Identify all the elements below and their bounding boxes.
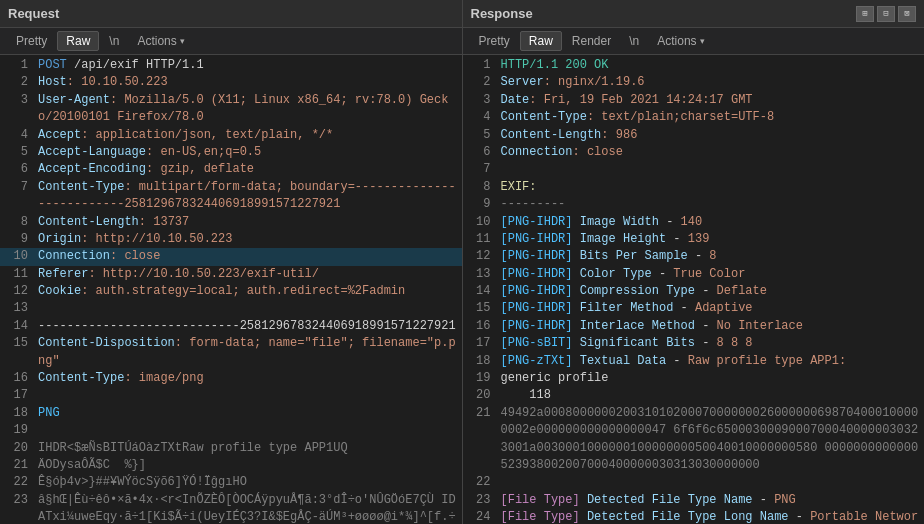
line-content: Content-Disposition: form-data; name="fi… [38,335,458,370]
line-content [501,474,921,491]
table-row: 17[PNG-sBIT] Significant Bits - 8 8 8 [463,335,925,352]
line-content: POST /api/exif HTTP/1.1 [38,57,458,74]
line-number: 12 [467,248,491,265]
line-number: 1 [4,57,28,74]
line-number: 18 [467,353,491,370]
table-row: 17 [0,387,462,404]
table-row: 9--------- [463,196,925,213]
table-row: 22Ê§óþ4v>}##¥WÝöcSÿõ6]ŸÓ!ÏĝgıHO [0,474,462,491]
table-row: 1POST /api/exif HTTP/1.1 [0,57,462,74]
table-row: 4Accept: application/json, text/plain, *… [0,127,462,144]
table-row: 13 [0,300,462,317]
line-content: Referer: http://10.10.50.223/exif-util/ [38,266,458,283]
request-actions-chevron-icon: ▾ [180,36,185,46]
table-row: 3User-Agent: Mozilla/5.0 (X11; Linux x86… [0,92,462,127]
table-row: 12[PNG-IHDR] Bits Per Sample - 8 [463,248,925,265]
line-content: --------- [501,196,921,213]
response-actions-button[interactable]: Actions ▾ [649,32,712,50]
window-icon-2[interactable]: ⊟ [877,6,895,22]
line-content: PNG [38,405,458,422]
line-number: 6 [4,161,28,178]
line-content: 118 [501,387,921,404]
response-panel-header: Response ⊞ ⊟ ⊠ [463,0,925,28]
table-row: 15Content-Disposition: form-data; name="… [0,335,462,370]
line-content [501,161,921,178]
table-row: 2149492a00080000002003101020007000000026… [463,405,925,475]
response-tab-render[interactable]: Render [564,32,619,50]
table-row: 6Connection: close [463,144,925,161]
line-content: HTTP/1.1 200 OK [501,57,921,74]
line-content: Origin: http://10.10.50.223 [38,231,458,248]
line-content: Accept-Language: en-US,en;q=0.5 [38,144,458,161]
line-number: 11 [467,231,491,248]
table-row: 22 [463,474,925,491]
line-number: 12 [4,283,28,300]
line-content: ----------------------------258129678324… [38,318,458,335]
line-number: 20 [4,440,28,457]
line-number: 9 [467,196,491,213]
table-row: 11Referer: http://10.10.50.223/exif-util… [0,266,462,283]
table-row: 23â§hŒ|Êù÷êô•×ã•4x·<r<InÕZÈÔ[ÒOCÁÿpyuÅ¶ã… [0,492,462,524]
line-number: 7 [4,179,28,214]
table-row: 5Content-Length: 986 [463,127,925,144]
request-panel: Request Pretty Raw \n Actions ▾ 1POST /a… [0,0,463,524]
table-row: 12Cookie: auth.strategy=local; auth.redi… [0,283,462,300]
table-row: 20IHDR<$æÑsBITÚáOàzTXtRaw profile type A… [0,440,462,457]
line-content: Server: nginx/1.19.6 [501,74,921,91]
request-tab-newline[interactable]: \n [101,32,127,50]
response-tab-newline[interactable]: \n [621,32,647,50]
line-number: 14 [4,318,28,335]
response-panel: Response ⊞ ⊟ ⊠ Pretty Raw Render \n Acti… [463,0,925,524]
table-row: 16Content-Type: image/png [0,370,462,387]
request-panel-header: Request [0,0,462,28]
table-row: 8Content-Length: 13737 [0,214,462,231]
line-number: 23 [4,492,28,524]
table-row: 10Connection: close [0,248,462,265]
line-content: Content-Type: image/png [38,370,458,387]
line-number: 5 [467,127,491,144]
line-number: 19 [467,370,491,387]
line-number: 10 [4,248,28,265]
line-number: 19 [4,422,28,439]
line-content: [PNG-IHDR] Compression Type - Deflate [501,283,921,300]
table-row: 19generic profile [463,370,925,387]
response-content[interactable]: 1HTTP/1.1 200 OK2Server: nginx/1.19.63Da… [463,55,925,524]
line-content: Content-Type: text/plain;charset=UTF-8 [501,109,921,126]
line-content: [PNG-IHDR] Interlace Method - No Interla… [501,318,921,335]
table-row: 18PNG [0,405,462,422]
line-content: [PNG-sBIT] Significant Bits - 8 8 8 [501,335,921,352]
response-toolbar: Pretty Raw Render \n Actions ▾ [463,28,925,55]
response-panel-title: Response [471,6,533,21]
window-icon-1[interactable]: ⊞ [856,6,874,22]
line-content: 49492a0008000000200310102000700000002600… [501,405,921,475]
line-number: 18 [4,405,28,422]
request-content[interactable]: 1POST /api/exif HTTP/1.12Host: 10.10.50.… [0,55,462,524]
table-row: 19 [0,422,462,439]
line-number: 21 [467,405,491,475]
table-row: 14[PNG-IHDR] Compression Type - Deflate [463,283,925,300]
line-content: [PNG-IHDR] Color Type - True Color [501,266,921,283]
line-number: 22 [4,474,28,491]
table-row: 23[File Type] Detected File Type Name - … [463,492,925,509]
line-number: 4 [4,127,28,144]
table-row: 7Content-Type: multipart/form-data; boun… [0,179,462,214]
line-content: [PNG-IHDR] Filter Method - Adaptive [501,300,921,317]
line-content: [PNG-IHDR] Image Height - 139 [501,231,921,248]
table-row: 21ÄODysaÔÃ$C %}] [0,457,462,474]
line-number: 3 [467,92,491,109]
request-tab-pretty[interactable]: Pretty [8,32,55,50]
request-toolbar: Pretty Raw \n Actions ▾ [0,28,462,55]
line-number: 7 [467,161,491,178]
line-content: Ê§óþ4v>}##¥WÝöcSÿõ6]ŸÓ!ÏĝgıHO [38,474,458,491]
line-number: 9 [4,231,28,248]
response-tab-pretty[interactable]: Pretty [471,32,518,50]
line-number: 23 [467,492,491,509]
request-actions-button[interactable]: Actions ▾ [129,32,192,50]
line-number: 8 [467,179,491,196]
request-tab-raw[interactable]: Raw [57,31,99,51]
table-row: 14----------------------------2581296783… [0,318,462,335]
window-icon-3[interactable]: ⊠ [898,6,916,22]
line-content: [PNG-IHDR] Image Width - 140 [501,214,921,231]
response-tab-raw[interactable]: Raw [520,31,562,51]
line-number: 21 [4,457,28,474]
